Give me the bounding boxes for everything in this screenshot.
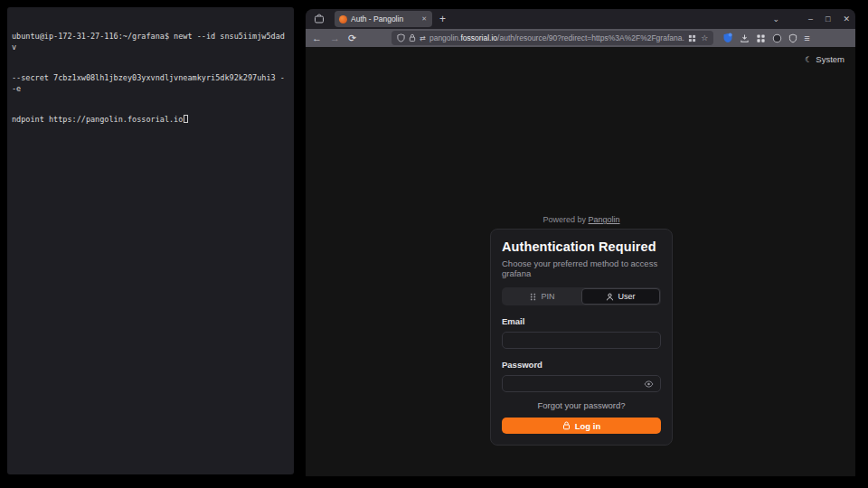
window-close-button[interactable]: ✕ — [843, 15, 850, 23]
tab-bar: Auth - Pangolin ✕ + ⌄ – □ ✕ — [306, 9, 855, 29]
terminal-line: ndpoint https://pangolin.fossorial.io — [12, 115, 289, 126]
password-field[interactable] — [502, 375, 661, 392]
login-button-label: Log in — [575, 421, 601, 431]
new-tab-button[interactable]: + — [439, 14, 446, 24]
back-button[interactable]: ← — [312, 33, 322, 43]
card-subtitle: Choose your preferred method to access g… — [502, 258, 661, 278]
pangolin-link[interactable]: Pangolin — [589, 215, 620, 224]
page-actions-grid-icon[interactable] — [688, 34, 696, 42]
pin-keypad-icon — [529, 293, 537, 301]
tab-user-label: User — [618, 292, 635, 301]
moon-icon: ☾ — [805, 55, 812, 64]
powered-by: Powered by Pangolin — [490, 215, 673, 224]
account-circle-icon[interactable] — [772, 33, 782, 43]
pangolin-favicon-icon — [339, 15, 347, 23]
forward-button[interactable]: → — [330, 33, 340, 43]
tab-close-icon[interactable]: ✕ — [420, 15, 428, 23]
reload-button[interactable]: ⟳ — [348, 33, 356, 43]
window-maximize-button[interactable]: □ — [826, 15, 830, 23]
app-menu-icon[interactable]: ≡ — [804, 33, 809, 43]
tab-auth-pangolin[interactable]: Auth - Pangolin ✕ — [335, 11, 432, 27]
terminal-line: --secret 7cbz1xw08lh1jbzey03yxvndljvneam… — [12, 73, 289, 94]
auth-card: Authentication Required Choose your pref… — [490, 229, 673, 446]
theme-toggle-button[interactable]: ☾ System — [805, 54, 844, 64]
page-content: ☾ System Powered by Pangolin Authenticat… — [306, 47, 855, 476]
email-label: Email — [502, 316, 661, 326]
show-password-eye-icon[interactable] — [644, 380, 654, 388]
terminal-line: ubuntu@ip-172-31-27-116:~/grafana$ newt … — [12, 32, 289, 52]
terminal-window[interactable]: ubuntu@ip-172-31-27-116:~/grafana$ newt … — [7, 7, 294, 474]
login-lock-icon — [562, 421, 571, 430]
tab-title: Auth - Pangolin — [351, 14, 417, 23]
downloads-icon[interactable] — [740, 33, 750, 43]
tab-pin-label: PIN — [541, 292, 554, 301]
bitwarden-extension-icon[interactable] — [722, 33, 733, 43]
login-button[interactable]: Log in — [502, 418, 661, 434]
terminal-cursor — [184, 115, 188, 123]
navigation-toolbar: ← → ⟳ ⇄ pangolin.fossorial.io/auth/resou… — [306, 29, 855, 47]
url-text[interactable]: pangolin.fossorial.io/auth/resource/90?r… — [429, 33, 684, 42]
list-tabs-chevron-icon[interactable]: ⌄ — [772, 15, 779, 23]
firefox-view-icon — [314, 14, 325, 24]
card-title: Authentication Required — [502, 239, 661, 254]
user-icon — [606, 293, 614, 301]
extensions-icon[interactable] — [756, 33, 766, 43]
theme-toggle-label: System — [816, 54, 844, 64]
password-label: Password — [502, 360, 661, 370]
auth-method-tabs: PIN User — [502, 287, 661, 305]
email-field[interactable] — [502, 332, 661, 349]
shield-extension-icon[interactable] — [788, 33, 797, 43]
tab-pin[interactable]: PIN — [503, 288, 581, 305]
tab-user[interactable]: User — [581, 288, 660, 305]
bookmark-star-icon[interactable]: ☆ — [701, 33, 708, 42]
tracking-protection-shield-icon[interactable] — [397, 33, 405, 42]
browser-window: Auth - Pangolin ✕ + ⌄ – □ ✕ ← → ⟳ ⇄ pang… — [306, 9, 855, 476]
https-lock-icon[interactable] — [409, 33, 416, 42]
window-minimize-button[interactable]: – — [808, 15, 813, 23]
firefox-view-button[interactable] — [311, 12, 327, 26]
permissions-swap-icon[interactable]: ⇄ — [420, 34, 426, 42]
url-bar[interactable]: ⇄ pangolin.fossorial.io/auth/resource/90… — [392, 31, 713, 45]
forgot-password-link[interactable]: Forgot your password? — [502, 400, 661, 410]
